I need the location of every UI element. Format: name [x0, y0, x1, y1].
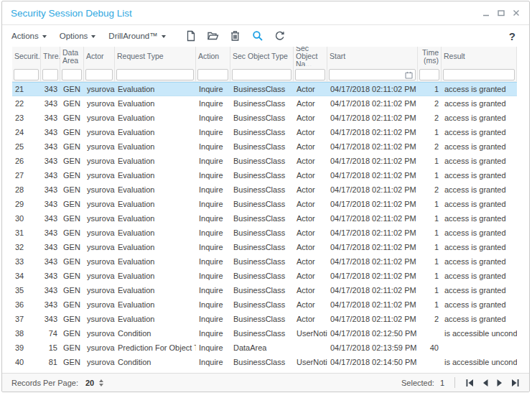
cell-sec_object_type: BusinessClass [230, 214, 294, 223]
previous-page-icon[interactable] [482, 379, 489, 387]
table-row[interactable]: 26343GENysurovaEvaluationInquireBusiness… [12, 154, 517, 168]
selected-label: Selected: [401, 379, 434, 387]
stepper-down-icon[interactable] [99, 384, 103, 387]
table-row[interactable]: 30343GENysurovaEvaluationInquireBusiness… [12, 211, 517, 226]
cell-start: 04/17/2018 02:11:02 PM [327, 300, 418, 309]
cell-request_type: Evaluation [115, 157, 196, 165]
cell-action: Inquire [196, 157, 230, 165]
column-header-time_ms[interactable]: Time (ms) [418, 47, 441, 66]
column-header-sec_object_type[interactable]: Sec Object Type [230, 47, 293, 66]
column-header-result[interactable]: Result [442, 47, 516, 66]
cell-action: Inquire [196, 99, 230, 108]
table-row[interactable]: 21343GENysurovaEvaluationInquireBusiness… [12, 82, 517, 96]
table-row[interactable]: 24343GENysurovaEvaluationInquireBusiness… [12, 125, 517, 139]
cell-sec_object_name: Actor [294, 286, 327, 295]
cell-data_area: GEN [60, 85, 84, 93]
cell-security: 36 [12, 300, 41, 309]
cell-actor: ysurova [84, 343, 115, 352]
table-row[interactable]: 4081GENysurovaConditionInquireBusinessCl… [12, 355, 517, 369]
table-row[interactable]: 35343GENysurovaEvaluationInquireBusiness… [12, 283, 517, 297]
search-icon[interactable] [251, 29, 264, 42]
cell-result: access is granted [442, 185, 517, 194]
cell-action: Inquire [196, 300, 230, 309]
cell-data_area: GEN [60, 142, 84, 151]
filter-input-actor[interactable] [85, 69, 113, 80]
cell-result: access is granted [442, 128, 517, 136]
cell-thread: 15 [41, 343, 60, 352]
cell-thread: 343 [41, 114, 60, 122]
filter-cell-sec_object_type [230, 66, 293, 81]
column-header-sec_object_name[interactable]: Sec Object Na... [294, 47, 327, 66]
next-page-icon[interactable] [496, 379, 503, 387]
cell-security: 37 [12, 315, 41, 323]
table-row[interactable]: 31343GENysurovaEvaluationInquireBusiness… [12, 226, 517, 240]
cell-data_area: GEN [60, 214, 84, 223]
maximize-icon[interactable] [497, 9, 505, 17]
table-row[interactable]: 22343GENysurovaEvaluationInquireBusiness… [12, 96, 517, 111]
records-per-page-stepper[interactable] [99, 379, 103, 387]
minimize-icon[interactable] [482, 9, 490, 17]
table-row[interactable]: 29343GENysurovaEvaluationInquireBusiness… [12, 197, 517, 211]
cell-time_ms: 2 [418, 315, 442, 323]
records-per-page-value[interactable]: 20 [85, 379, 94, 387]
table-row[interactable]: 36343GENysurovaEvaluationInquireBusiness… [12, 297, 517, 312]
cell-action: Inquire [196, 272, 230, 280]
cell-result: access is granted [442, 286, 517, 295]
cell-request_type: Evaluation [115, 300, 196, 309]
table-row[interactable]: 3915GENysurovaPrediction For Object Type… [12, 341, 517, 355]
column-header-thread[interactable]: Thre... [41, 47, 60, 66]
column-header-security[interactable]: Securit... [12, 47, 40, 66]
cell-sec_object_type: DataArea [230, 343, 294, 352]
table-row[interactable]: 25343GENysurovaEvaluationInquireBusiness… [12, 139, 517, 154]
column-header-actor[interactable]: Actor [84, 47, 114, 66]
cell-time_ms: 1 [418, 200, 442, 208]
filter-input-request_type[interactable] [116, 69, 194, 80]
filter-input-thread[interactable] [42, 69, 58, 80]
selected-count: 1 [440, 379, 444, 387]
close-icon[interactable] [512, 9, 521, 17]
filter-input-data_area[interactable] [62, 69, 82, 80]
cell-thread: 343 [41, 171, 60, 180]
first-page-icon[interactable] [465, 379, 475, 387]
cell-security: 27 [12, 171, 41, 180]
open-folder-icon[interactable] [207, 29, 220, 42]
filter-input-sec_object_type[interactable] [232, 69, 291, 80]
table-row[interactable]: 23343GENysurovaEvaluationInquireBusiness… [12, 111, 517, 125]
cell-security: 26 [12, 157, 41, 165]
table-row[interactable]: 27343GENysurovaEvaluationInquireBusiness… [12, 168, 517, 182]
table-row[interactable]: 34343GENysurovaEvaluationInquireBusiness… [12, 269, 517, 283]
records-per-page-label: Records Per Page: [11, 379, 78, 387]
cell-start: 04/17/2018 02:11:02 PM [327, 128, 418, 136]
column-header-action[interactable]: Action [196, 47, 230, 66]
cell-request_type: Evaluation [115, 142, 196, 151]
filter-input-action[interactable] [197, 69, 228, 80]
last-page-icon[interactable] [510, 379, 520, 387]
options-menu[interactable]: Options [60, 32, 96, 40]
drillaround-menu[interactable]: DrillAround™ [108, 32, 165, 40]
filter-input-sec_object_name[interactable] [295, 69, 325, 80]
delete-icon[interactable] [229, 29, 242, 42]
filter-input-start[interactable] [329, 69, 416, 80]
filter-input-time_ms[interactable] [419, 69, 439, 80]
column-header-data_area[interactable]: Data Area [60, 47, 83, 66]
refresh-icon[interactable] [274, 29, 286, 42]
table-row[interactable]: 3874GENysurovaConditionInquireBusinessCl… [12, 326, 517, 341]
table-row[interactable]: 28343GENysurovaEvaluationInquireBusiness… [12, 182, 517, 197]
filter-input-security[interactable] [14, 69, 39, 80]
cell-start: 04/17/2018 02:11:02 PM [327, 200, 418, 208]
column-header-request_type[interactable]: Request Type [115, 47, 195, 66]
table-body: 21343GENysurovaEvaluationInquireBusiness… [12, 82, 517, 369]
filter-input-result[interactable] [443, 69, 515, 80]
table-row[interactable]: 33343GENysurovaEvaluationInquireBusiness… [12, 254, 517, 269]
cell-sec_object_type: BusinessClass [230, 200, 294, 208]
table-row[interactable]: 32343GENysurovaEvaluationInquireBusiness… [12, 240, 517, 254]
cell-time_ms: 1 [418, 85, 442, 93]
cell-actor: ysurova [84, 358, 115, 366]
actions-menu[interactable]: Actions [11, 32, 47, 40]
column-header-start[interactable]: Start [327, 47, 417, 66]
help-button[interactable]: ? [509, 30, 520, 42]
new-document-icon[interactable] [185, 29, 197, 42]
stepper-up-icon[interactable] [99, 379, 103, 382]
table-row[interactable]: 37343GENysurovaEvaluationInquireBusiness… [12, 312, 517, 326]
cell-sec_object_type: BusinessClass [230, 99, 294, 108]
